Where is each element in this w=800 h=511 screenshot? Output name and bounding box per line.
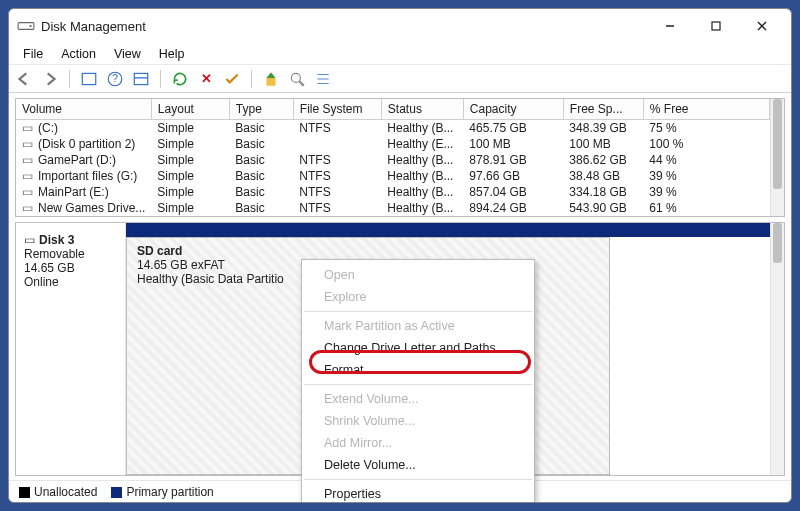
ctx-open[interactable]: Open: [302, 264, 534, 286]
col-pctfree[interactable]: % Free: [643, 99, 769, 120]
app-icon: [17, 17, 35, 35]
menu-action[interactable]: Action: [53, 45, 104, 63]
disk-icon: ▭: [24, 233, 35, 247]
maximize-button[interactable]: [693, 11, 739, 41]
svg-rect-11: [267, 77, 276, 85]
disk-management-window: Disk Management File Action View Help ? …: [8, 8, 792, 503]
table-row[interactable]: ▭Important files (G:)SimpleBasicNTFSHeal…: [16, 168, 770, 184]
disk-size: 14.65 GB: [24, 261, 117, 275]
col-free[interactable]: Free Sp...: [563, 99, 643, 120]
drive-icon: ▭: [22, 137, 36, 151]
drive-icon: ▭: [22, 121, 36, 135]
disk-kind: Removable: [24, 247, 117, 261]
refresh-icon[interactable]: [171, 70, 189, 88]
volume-list-panel: Volume Layout Type File System Status Ca…: [15, 98, 785, 217]
toolbar-icon-up[interactable]: [262, 70, 280, 88]
svg-text:?: ?: [112, 73, 118, 84]
partition-header-bar: [126, 223, 770, 237]
menubar: File Action View Help: [9, 43, 791, 65]
col-volume[interactable]: Volume: [16, 99, 151, 120]
svg-rect-6: [82, 73, 96, 84]
toolbar-icon-search[interactable]: [288, 70, 306, 88]
drive-icon: ▭: [22, 153, 36, 167]
window-controls: [647, 11, 785, 41]
toolbar-icon-3[interactable]: [132, 70, 150, 88]
toolbar-icon-list[interactable]: [314, 70, 332, 88]
col-capacity[interactable]: Capacity: [463, 99, 563, 120]
toolbar: ? ✕: [9, 65, 791, 93]
col-filesystem[interactable]: File System: [293, 99, 381, 120]
legend-swatch-unallocated: [19, 487, 30, 498]
disk-name: Disk 3: [39, 233, 74, 247]
menu-file[interactable]: File: [15, 45, 51, 63]
ctx-properties[interactable]: Properties: [302, 483, 534, 503]
table-row[interactable]: ▭GamePart (D:)SimpleBasicNTFSHealthy (B.…: [16, 152, 770, 168]
col-status[interactable]: Status: [381, 99, 463, 120]
table-row[interactable]: ▭MainPart (E:)SimpleBasicNTFSHealthy (B.…: [16, 184, 770, 200]
col-layout[interactable]: Layout: [151, 99, 229, 120]
forward-icon[interactable]: [41, 70, 59, 88]
ctx-format[interactable]: Format...: [302, 359, 534, 381]
drive-icon: ▭: [22, 185, 36, 199]
window-title: Disk Management: [41, 19, 647, 34]
ctx-extend-volume[interactable]: Extend Volume...: [302, 388, 534, 410]
volume-table[interactable]: Volume Layout Type File System Status Ca…: [16, 99, 770, 216]
toolbar-icon-1[interactable]: [80, 70, 98, 88]
ctx-explore[interactable]: Explore: [302, 286, 534, 308]
menu-help[interactable]: Help: [151, 45, 193, 63]
help-icon[interactable]: ?: [106, 70, 124, 88]
menu-view[interactable]: View: [106, 45, 149, 63]
legend-unallocated: Unallocated: [34, 485, 97, 499]
volume-scrollbar[interactable]: [770, 99, 784, 216]
table-row[interactable]: ▭New Games Drive...SimpleBasicNTFSHealth…: [16, 200, 770, 216]
table-row[interactable]: ▭(Disk 0 partition 2)SimpleBasicHealthy …: [16, 136, 770, 152]
context-menu: Open Explore Mark Partition as Active Ch…: [301, 259, 535, 503]
close-button[interactable]: [739, 11, 785, 41]
svg-rect-9: [134, 73, 148, 84]
disk-scrollbar[interactable]: [770, 223, 784, 475]
back-icon[interactable]: [15, 70, 33, 88]
disk-info: ▭Disk 3 Removable 14.65 GB Online: [16, 223, 126, 475]
svg-point-12: [291, 73, 300, 82]
drive-icon: ▭: [22, 169, 36, 183]
ctx-change-drive-letter[interactable]: Change Drive Letter and Paths...: [302, 337, 534, 359]
table-row[interactable]: ▭(C:)SimpleBasicNTFSHealthy (B...465.75 …: [16, 120, 770, 137]
minimize-button[interactable]: [647, 11, 693, 41]
legend-primary: Primary partition: [126, 485, 213, 499]
delete-icon[interactable]: ✕: [197, 70, 215, 88]
drive-icon: ▭: [22, 201, 36, 215]
table-header-row: Volume Layout Type File System Status Ca…: [16, 99, 770, 120]
legend-swatch-primary: [111, 487, 122, 498]
check-icon[interactable]: [223, 70, 241, 88]
titlebar: Disk Management: [9, 9, 791, 43]
svg-rect-3: [712, 22, 720, 30]
ctx-shrink-volume[interactable]: Shrink Volume...: [302, 410, 534, 432]
disk-state: Online: [24, 275, 117, 289]
svg-point-1: [29, 25, 31, 27]
svg-line-13: [299, 81, 304, 86]
col-type[interactable]: Type: [229, 99, 293, 120]
ctx-mark-active[interactable]: Mark Partition as Active: [302, 315, 534, 337]
ctx-delete-volume[interactable]: Delete Volume...: [302, 454, 534, 476]
partition-name: SD card: [137, 244, 599, 258]
ctx-add-mirror[interactable]: Add Mirror...: [302, 432, 534, 454]
